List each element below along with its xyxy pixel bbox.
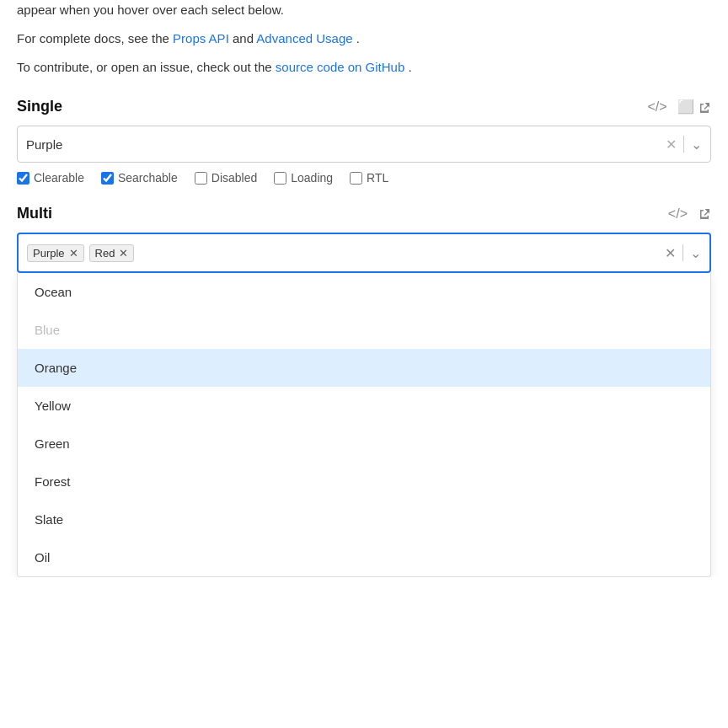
single-options-row: Clearable Searchable Disabled Loading RT… bbox=[17, 171, 711, 185]
single-title: Single bbox=[17, 98, 62, 115]
single-select-value: Purple bbox=[26, 137, 666, 152]
rtl-label: RTL bbox=[367, 171, 388, 185]
multi-title: Multi bbox=[17, 205, 52, 222]
multi-section-header: Multi </> bbox=[17, 205, 711, 222]
multi-header-icons: </> bbox=[668, 206, 711, 222]
multi-select-box[interactable]: Purple ✕ Red ✕ ✕ ⌄ bbox=[17, 233, 711, 273]
tag-purple-label: Purple bbox=[33, 247, 65, 260]
rtl-checkbox[interactable] bbox=[350, 172, 362, 185]
dropdown-item-blue: Blue bbox=[18, 311, 710, 349]
github-link[interactable]: source code on GitHub bbox=[276, 60, 404, 74]
multi-search-input[interactable] bbox=[139, 246, 660, 260]
tag-red-remove[interactable]: ✕ bbox=[119, 247, 128, 260]
intro-line1: appear when you hover over each select b… bbox=[17, 0, 711, 20]
disabled-checkbox[interactable] bbox=[195, 172, 207, 185]
multi-code-icon[interactable]: </> bbox=[668, 206, 688, 222]
single-external-icon[interactable]: ⬜ bbox=[677, 99, 711, 115]
disabled-label: Disabled bbox=[211, 171, 257, 185]
searchable-checkbox[interactable] bbox=[101, 172, 114, 185]
loading-option[interactable]: Loading bbox=[274, 171, 333, 185]
tag-red: Red ✕ bbox=[89, 244, 135, 262]
disabled-option[interactable]: Disabled bbox=[195, 171, 257, 185]
clearable-label: Clearable bbox=[34, 171, 84, 185]
tag-purple: Purple ✕ bbox=[27, 244, 84, 262]
searchable-option[interactable]: Searchable bbox=[101, 171, 178, 185]
single-divider bbox=[683, 136, 684, 153]
single-section: Single </> ⬜ Purple ✕ ⌄ Clearable Search… bbox=[17, 98, 711, 185]
multi-dropdown-arrow[interactable]: ⌄ bbox=[690, 245, 701, 261]
single-dropdown-arrow[interactable]: ⌄ bbox=[691, 136, 702, 153]
advanced-usage-link[interactable]: Advanced Usage bbox=[256, 31, 352, 46]
tag-red-label: Red bbox=[95, 247, 115, 260]
dropdown-item-ocean[interactable]: Ocean bbox=[18, 273, 710, 311]
clearable-option[interactable]: Clearable bbox=[17, 171, 84, 185]
multi-right-controls: ✕ ⌄ bbox=[665, 244, 701, 261]
searchable-label: Searchable bbox=[118, 171, 178, 185]
multi-clear-button[interactable]: ✕ bbox=[665, 245, 676, 261]
single-section-header: Single </> ⬜ bbox=[17, 98, 711, 115]
multi-divider bbox=[682, 244, 683, 261]
dropdown-item-oil[interactable]: Oil bbox=[18, 538, 710, 576]
multi-external-icon[interactable] bbox=[698, 206, 711, 222]
intro-line2: For complete docs, see the Props API and… bbox=[17, 29, 711, 49]
single-code-icon[interactable]: </> bbox=[647, 99, 666, 115]
dropdown-item-yellow[interactable]: Yellow bbox=[18, 387, 710, 425]
rtl-option[interactable]: RTL bbox=[350, 171, 388, 185]
multi-dropdown: OceanBlueOrangeYellowGreenForestSlateOil bbox=[17, 273, 711, 577]
props-api-link[interactable]: Props API bbox=[173, 31, 229, 46]
intro-line3: To contribute, or open an issue, check o… bbox=[17, 57, 711, 78]
dropdown-item-orange[interactable]: Orange bbox=[18, 349, 710, 387]
single-clear-button[interactable]: ✕ bbox=[666, 136, 677, 153]
single-header-icons: </> ⬜ bbox=[647, 99, 711, 115]
single-select-box[interactable]: Purple ✕ ⌄ bbox=[17, 126, 711, 163]
dropdown-item-green[interactable]: Green bbox=[18, 425, 710, 463]
clearable-checkbox[interactable] bbox=[17, 172, 29, 185]
multi-section: Multi </> Purple ✕ Red ✕ ✕ ⌄ Ocea bbox=[17, 205, 711, 577]
dropdown-item-forest[interactable]: Forest bbox=[18, 463, 710, 500]
loading-checkbox[interactable] bbox=[274, 172, 286, 185]
loading-label: Loading bbox=[291, 171, 333, 185]
dropdown-item-slate[interactable]: Slate bbox=[18, 500, 710, 538]
tag-purple-remove[interactable]: ✕ bbox=[69, 247, 78, 260]
